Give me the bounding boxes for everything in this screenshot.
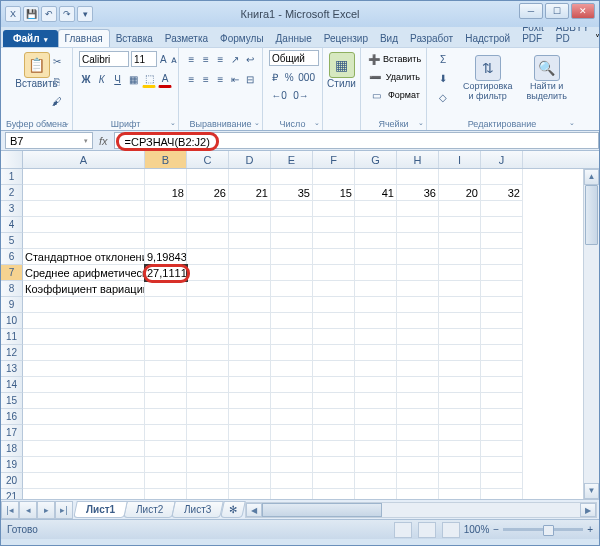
cell-B4[interactable] — [145, 217, 187, 233]
cell-E10[interactable] — [271, 313, 313, 329]
row-header-13[interactable]: 13 — [1, 361, 23, 377]
cell-E9[interactable] — [271, 297, 313, 313]
format-painter-icon[interactable]: 🖌 — [47, 92, 67, 110]
cell-B16[interactable] — [145, 409, 187, 425]
indent-dec-icon[interactable]: ⇤ — [229, 70, 242, 88]
cell-C9[interactable] — [187, 297, 229, 313]
cell-I3[interactable] — [439, 201, 481, 217]
cell-H13[interactable] — [397, 361, 439, 377]
comma-icon[interactable]: 000 — [297, 68, 316, 86]
cell-G2[interactable]: 41 — [355, 185, 397, 201]
row-header-3[interactable]: 3 — [1, 201, 23, 217]
cell-B10[interactable] — [145, 313, 187, 329]
cell-F11[interactable] — [313, 329, 355, 345]
cell-E15[interactable] — [271, 393, 313, 409]
cell-A10[interactable] — [23, 313, 145, 329]
redo-icon[interactable]: ↷ — [59, 6, 75, 22]
cell-H16[interactable] — [397, 409, 439, 425]
percent-icon[interactable]: % — [283, 68, 295, 86]
horizontal-scrollbar[interactable]: ◀ ▶ — [245, 502, 597, 518]
worksheet-grid[interactable]: ABCDEFGHIJ 121826213515413620323456Станд… — [1, 151, 599, 499]
tab-home[interactable]: Главная — [58, 29, 110, 47]
cell-A14[interactable] — [23, 377, 145, 393]
cell-I2[interactable]: 20 — [439, 185, 481, 201]
find-select-button[interactable]: 🔍Найти и выделить — [522, 53, 571, 103]
cell-G10[interactable] — [355, 313, 397, 329]
save-icon[interactable]: 💾 — [23, 6, 39, 22]
cell-E5[interactable] — [271, 233, 313, 249]
cell-A19[interactable] — [23, 457, 145, 473]
cell-A16[interactable] — [23, 409, 145, 425]
col-header-F[interactable]: F — [313, 151, 355, 168]
zoom-in-button[interactable]: + — [587, 524, 593, 535]
cell-A8[interactable]: Коэффициент вариации — [23, 281, 145, 297]
cell-H20[interactable] — [397, 473, 439, 489]
merge-icon[interactable]: ⊟ — [243, 70, 256, 88]
cell-F19[interactable] — [313, 457, 355, 473]
cell-A9[interactable] — [23, 297, 145, 313]
tab-addins[interactable]: Надстрой — [459, 30, 516, 47]
cell-A17[interactable] — [23, 425, 145, 441]
sort-filter-button[interactable]: ⇅Сортировка и фильтр — [459, 53, 516, 103]
cell-B7[interactable]: 27,11111 — [145, 265, 187, 281]
cell-H10[interactable] — [397, 313, 439, 329]
col-header-G[interactable]: G — [355, 151, 397, 168]
cell-F21[interactable] — [313, 489, 355, 499]
font-size-select[interactable] — [131, 51, 157, 67]
decimal-dec-icon[interactable]: 0→ — [291, 86, 311, 104]
cell-F9[interactable] — [313, 297, 355, 313]
cell-E7[interactable] — [271, 265, 313, 281]
font-name-select[interactable] — [79, 51, 129, 67]
cell-F12[interactable] — [313, 345, 355, 361]
row-header-7[interactable]: 7 — [1, 265, 23, 281]
cell-H12[interactable] — [397, 345, 439, 361]
cell-G16[interactable] — [355, 409, 397, 425]
cell-A13[interactable] — [23, 361, 145, 377]
cell-B20[interactable] — [145, 473, 187, 489]
cell-J4[interactable] — [481, 217, 523, 233]
cell-H1[interactable] — [397, 169, 439, 185]
cell-H17[interactable] — [397, 425, 439, 441]
cell-G6[interactable] — [355, 249, 397, 265]
cell-F8[interactable] — [313, 281, 355, 297]
align-center-icon[interactable]: ≡ — [200, 70, 213, 88]
format-cells-icon[interactable]: ▭ — [367, 86, 386, 104]
row-header-16[interactable]: 16 — [1, 409, 23, 425]
cell-D20[interactable] — [229, 473, 271, 489]
cell-E1[interactable] — [271, 169, 313, 185]
scroll-up-icon[interactable]: ▲ — [584, 169, 599, 185]
cell-D1[interactable] — [229, 169, 271, 185]
cell-I1[interactable] — [439, 169, 481, 185]
grow-font-icon[interactable]: A — [159, 50, 168, 68]
cell-C15[interactable] — [187, 393, 229, 409]
cell-I7[interactable] — [439, 265, 481, 281]
tab-developer[interactable]: Разработ — [404, 30, 459, 47]
cell-C14[interactable] — [187, 377, 229, 393]
cell-C5[interactable] — [187, 233, 229, 249]
cell-J5[interactable] — [481, 233, 523, 249]
cell-D18[interactable] — [229, 441, 271, 457]
cell-H5[interactable] — [397, 233, 439, 249]
cell-F7[interactable] — [313, 265, 355, 281]
sheet-nav-next-icon[interactable]: ▸ — [37, 501, 55, 519]
cell-D9[interactable] — [229, 297, 271, 313]
orientation-icon[interactable]: ↗ — [229, 50, 242, 68]
cell-B9[interactable] — [145, 297, 187, 313]
cell-J2[interactable]: 32 — [481, 185, 523, 201]
cell-E6[interactable] — [271, 249, 313, 265]
cell-G17[interactable] — [355, 425, 397, 441]
row-header-17[interactable]: 17 — [1, 425, 23, 441]
cell-A11[interactable] — [23, 329, 145, 345]
cell-I5[interactable] — [439, 233, 481, 249]
cell-J19[interactable] — [481, 457, 523, 473]
cell-D19[interactable] — [229, 457, 271, 473]
cell-H6[interactable] — [397, 249, 439, 265]
cell-E14[interactable] — [271, 377, 313, 393]
cell-B6[interactable]: 9,19843 — [145, 249, 187, 265]
row-header-14[interactable]: 14 — [1, 377, 23, 393]
view-pagebreak-icon[interactable] — [442, 522, 460, 538]
cell-A2[interactable] — [23, 185, 145, 201]
cell-C17[interactable] — [187, 425, 229, 441]
cell-B19[interactable] — [145, 457, 187, 473]
scroll-left-icon[interactable]: ◀ — [246, 503, 262, 517]
